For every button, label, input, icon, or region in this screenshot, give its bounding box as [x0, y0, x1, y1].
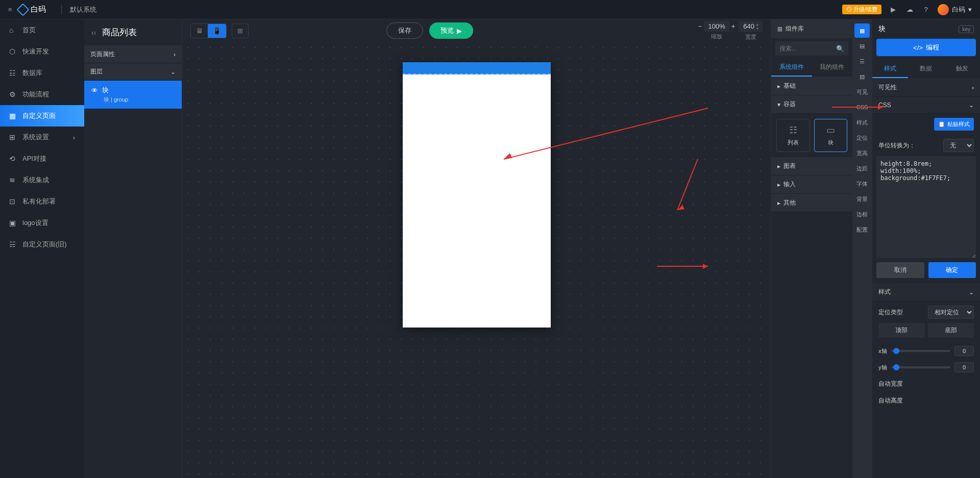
- tab-data[interactable]: 数据: [908, 60, 944, 78]
- layers-section[interactable]: 图层⌄: [84, 63, 182, 81]
- zoom-out[interactable]: −: [698, 22, 702, 30]
- style-section[interactable]: 样式⌄: [872, 283, 980, 301]
- chevron-down-icon: ⌄: [969, 289, 974, 296]
- search-icon[interactable]: 🔍: [836, 45, 844, 53]
- x-input[interactable]: [954, 346, 974, 356]
- category-basic[interactable]: ▸基础: [771, 77, 852, 95]
- menu-toggle-icon[interactable]: ≡: [8, 6, 12, 13]
- position-select[interactable]: 相对定位: [928, 306, 974, 319]
- back-button[interactable]: ‹‹: [91, 29, 96, 37]
- css-section[interactable]: CSS⌄: [872, 97, 980, 114]
- component-icon: ⊞: [777, 26, 782, 33]
- help-icon[interactable]: ?: [921, 5, 930, 14]
- nav-logo[interactable]: ▣logo设置: [0, 212, 84, 234]
- cancel-button[interactable]: 取消: [876, 262, 924, 278]
- nav-custompage-old[interactable]: ☵自定义页面(旧): [0, 234, 84, 255]
- rail-visible[interactable]: 可见: [854, 85, 870, 99]
- component-block[interactable]: ▭块: [814, 119, 848, 152]
- rail-style[interactable]: 样式: [854, 115, 870, 130]
- tab-my-components[interactable]: 我的组件: [812, 59, 853, 77]
- settings-icon: ⊞: [9, 133, 17, 141]
- annotation-arrow-2: [672, 154, 703, 215]
- block-element[interactable]: [403, 62, 551, 74]
- rail-border[interactable]: 边框: [854, 207, 870, 221]
- page-attr-section[interactable]: 页面属性›: [84, 46, 182, 63]
- rail-font[interactable]: 字体: [854, 177, 870, 191]
- rail-css[interactable]: CSS: [854, 100, 870, 114]
- annotation-arrow-3: [652, 256, 713, 276]
- y-slider[interactable]: [891, 366, 951, 368]
- nav-settings[interactable]: ⊞系统设置: [0, 127, 84, 148]
- icon-rail: ▦ ▤ ☰ ▧ 可见 CSS 样式 定位 宽高 边距 字体 背景 边框 配置: [852, 19, 872, 478]
- bottom-button[interactable]: 底部: [928, 323, 974, 338]
- code-button[interactable]: </>编程: [876, 39, 976, 56]
- chevron-right-icon: ▸: [777, 199, 780, 207]
- rail-config[interactable]: 配置: [854, 222, 870, 237]
- eye-icon[interactable]: 👁: [91, 87, 98, 94]
- width-value[interactable]: 640▴▾: [739, 21, 763, 32]
- category-input[interactable]: ▸输入: [771, 175, 852, 194]
- viewport-mobile[interactable]: 📱: [208, 24, 226, 38]
- rail-grid[interactable]: ▦: [854, 23, 870, 38]
- zoom-value[interactable]: 100%: [704, 21, 729, 32]
- nav-api[interactable]: ⟲API对接: [0, 148, 84, 169]
- api-icon: ⟲: [9, 155, 17, 163]
- category-other[interactable]: ▸其他: [771, 194, 852, 212]
- server-icon: ⊡: [9, 197, 17, 206]
- layer-block[interactable]: 👁块 块 | group: [84, 81, 182, 109]
- component-library: ⊞组件库 🔍 系统组件 我的组件 ▸基础 ▾容器 ☷列表 ▭块 ▸图表 ▸输入 …: [771, 19, 852, 478]
- canvas-toolbar: 🖥 📱 ⊞ 保存 预览▶ − 100% + 缩放 640▴▾: [182, 19, 771, 42]
- db-icon: ☷: [9, 69, 17, 77]
- nav-flow[interactable]: ⚙功能流程: [0, 84, 84, 105]
- nav-quickdev[interactable]: ⬡快速开发: [0, 41, 84, 62]
- nav-home[interactable]: ⌂首页: [0, 19, 84, 41]
- device-frame[interactable]: [403, 62, 551, 328]
- component-list[interactable]: ☷列表: [776, 119, 810, 152]
- category-chart[interactable]: ▸图表: [771, 157, 852, 175]
- nav-integration[interactable]: ≋系统集成: [0, 169, 84, 191]
- home-icon: ⌂: [9, 26, 17, 34]
- nav-private[interactable]: ⊡私有化部署: [0, 191, 84, 212]
- canvas-viewport[interactable]: [182, 42, 771, 478]
- rail-image[interactable]: ▧: [854, 69, 870, 84]
- logo[interactable]: 白码: [18, 5, 46, 14]
- unit-select[interactable]: 无: [943, 139, 974, 152]
- chevron-right-icon: ▸: [777, 181, 780, 188]
- zoom-in[interactable]: +: [731, 22, 736, 30]
- confirm-button[interactable]: 确定: [928, 262, 976, 278]
- user-menu[interactable]: 白码 ▾: [938, 4, 972, 15]
- list-icon: ☷: [779, 124, 807, 136]
- tab-style[interactable]: 样式: [872, 60, 908, 78]
- rail-size[interactable]: 宽高: [854, 146, 870, 160]
- visibility-section[interactable]: 可见性›: [872, 79, 980, 97]
- viewport-desktop[interactable]: 🖥: [191, 24, 208, 38]
- chevron-down-icon: ▾: [968, 6, 972, 13]
- upgrade-button[interactable]: ◎ 升级/续费: [842, 5, 881, 14]
- css-textarea[interactable]: height:8.8rem; width:100%; background:#1…: [876, 156, 976, 258]
- key-badge[interactable]: key: [959, 26, 974, 33]
- x-slider[interactable]: [891, 350, 951, 352]
- rail-list[interactable]: ☰: [854, 54, 870, 68]
- cloud-icon[interactable]: ☁: [905, 5, 914, 14]
- save-button[interactable]: 保存: [386, 22, 423, 39]
- y-input[interactable]: [954, 362, 974, 372]
- nav-custompage[interactable]: ▦自定义页面: [0, 105, 84, 127]
- play-icon[interactable]: ▶: [889, 5, 898, 14]
- top-button[interactable]: 顶部: [878, 323, 925, 338]
- grid-toggle[interactable]: ⊞: [232, 23, 249, 38]
- rail-position[interactable]: 定位: [854, 131, 870, 145]
- preview-button[interactable]: 预览▶: [429, 22, 473, 39]
- tab-trigger[interactable]: 触发: [944, 60, 980, 78]
- rail-margin[interactable]: 边距: [854, 161, 870, 175]
- rail-background[interactable]: 背景: [854, 192, 870, 206]
- category-container[interactable]: ▾容器: [771, 95, 852, 114]
- chevron-right-icon: ▸: [777, 163, 780, 170]
- rail-doc[interactable]: ▤: [854, 39, 870, 53]
- play-icon: ▶: [457, 27, 462, 35]
- nav-database[interactable]: ☷数据库: [0, 62, 84, 84]
- paste-style-button[interactable]: 📋粘贴样式: [934, 118, 974, 131]
- auto-width-label: 自动宽度: [878, 380, 903, 388]
- properties-panel: 块 key </>编程 样式 数据 触发 可见性› CSS⌄ 📋粘贴样式 单位转…: [872, 19, 980, 478]
- tab-system-components[interactable]: 系统组件: [771, 59, 812, 77]
- chevron-down-icon: ⌄: [969, 102, 974, 109]
